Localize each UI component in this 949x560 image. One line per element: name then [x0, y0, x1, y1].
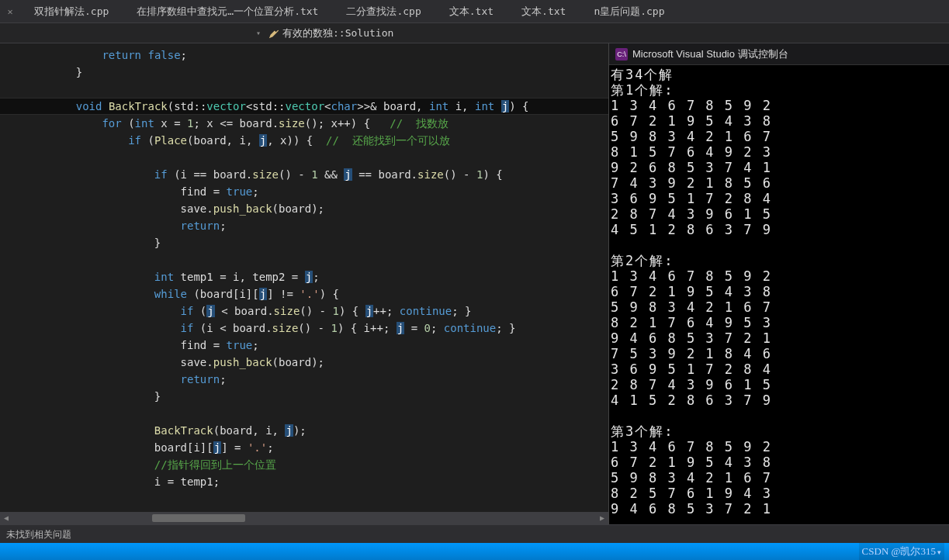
code-line[interactable]: return;	[16, 217, 608, 234]
chevron-down-icon[interactable]: ▾	[256, 29, 261, 37]
code-line[interactable]: if (i < board.size() - 1) { i++; j = 0; …	[16, 320, 608, 337]
tab-item[interactable]: 二分查找法.cpp	[332, 0, 435, 23]
code-line[interactable]: }	[16, 64, 608, 81]
tab-item[interactable]: 在排序数组中查找元…一个位置分析.txt	[123, 0, 332, 23]
console-title-bar[interactable]: C:\ Microsoft Visual Studio 调试控制台	[609, 43, 949, 65]
code-line[interactable]: i = temp1;	[16, 473, 608, 490]
code-line[interactable]: for (int x = 1; x <= board.size(); x++) …	[16, 115, 608, 132]
status-text: 未找到相关问题	[6, 525, 71, 544]
code-line[interactable]	[16, 149, 608, 166]
code-editor[interactable]: return false; } void BackTrack(std::vect…	[0, 43, 608, 524]
code-line[interactable]: return false;	[16, 47, 608, 64]
editor-tab-bar: ✕ 双指针解法.cpp 在排序数组中查找元…一个位置分析.txt 二分查找法.c…	[0, 0, 949, 23]
bottom-stripe	[0, 543, 949, 560]
code-line[interactable]	[16, 251, 608, 268]
code-line[interactable]: }	[16, 388, 608, 405]
main-area: return false; } void BackTrack(std::vect…	[0, 43, 949, 524]
code-line[interactable]: void BackTrack(std::vector<std::vector<c…	[0, 98, 608, 115]
scope-bar[interactable]: ▾ 有效的数独::Solution	[0, 23, 949, 43]
code-line[interactable]: while (board[i][j] != '.') {	[16, 285, 608, 302]
code-line[interactable]: return;	[16, 371, 608, 388]
code-line[interactable]: //指针得回到上一个位置	[16, 456, 608, 473]
debug-console-window: C:\ Microsoft Visual Studio 调试控制台 有34个解 …	[608, 43, 949, 524]
scroll-right-icon[interactable]: ▶	[596, 510, 608, 524]
code-line[interactable]: BackTrack(board, i, j);	[16, 422, 608, 439]
code-line[interactable]	[16, 405, 608, 422]
code-line[interactable]: save.push_back(board);	[16, 354, 608, 371]
wrench-icon	[268, 28, 279, 39]
scroll-thumb[interactable]	[152, 514, 245, 522]
close-tab-icon[interactable]: ✕	[0, 6, 20, 17]
status-bar: 未找到相关问题	[0, 524, 949, 543]
code-line[interactable]: save.push_back(board);	[16, 200, 608, 217]
tab-item[interactable]: n皇后问题.cpp	[580, 0, 678, 23]
code-line[interactable]: }	[16, 234, 608, 251]
watermark: CSDN @凯尔315▾	[859, 543, 944, 560]
code-line[interactable]: if (i == board.size() - 1 && j == board.…	[16, 166, 608, 183]
code-line[interactable]: if (j < board.size() - 1) { j++; continu…	[16, 302, 608, 320]
editor-horizontal-scrollbar[interactable]: ◀ ▶	[0, 512, 608, 524]
scroll-left-icon[interactable]: ◀	[0, 510, 12, 524]
code-line[interactable]: int temp1 = i, temp2 = j;	[16, 268, 608, 285]
tab-item[interactable]: 文本.txt	[507, 0, 580, 23]
console-output[interactable]: 有34个解 第1个解: 1 3 4 6 7 8 5 9 2 6 7 2 1 9 …	[609, 65, 949, 524]
code-line[interactable]: find = true;	[16, 337, 608, 354]
console-title-text: Microsoft Visual Studio 调试控制台	[632, 47, 788, 61]
code-line[interactable]	[16, 81, 608, 98]
code-line[interactable]: if (Place(board, i, j, x)) { // 还能找到一个可以…	[16, 132, 608, 149]
tab-item[interactable]: 双指针解法.cpp	[20, 0, 123, 23]
scope-label: 有效的数独::Solution	[282, 26, 393, 40]
vs-icon: C:\	[615, 48, 628, 60]
code-line[interactable]: find = true;	[16, 183, 608, 200]
tab-item[interactable]: 文本.txt	[435, 0, 507, 23]
code-line[interactable]: board[i][j] = '.';	[16, 439, 608, 456]
